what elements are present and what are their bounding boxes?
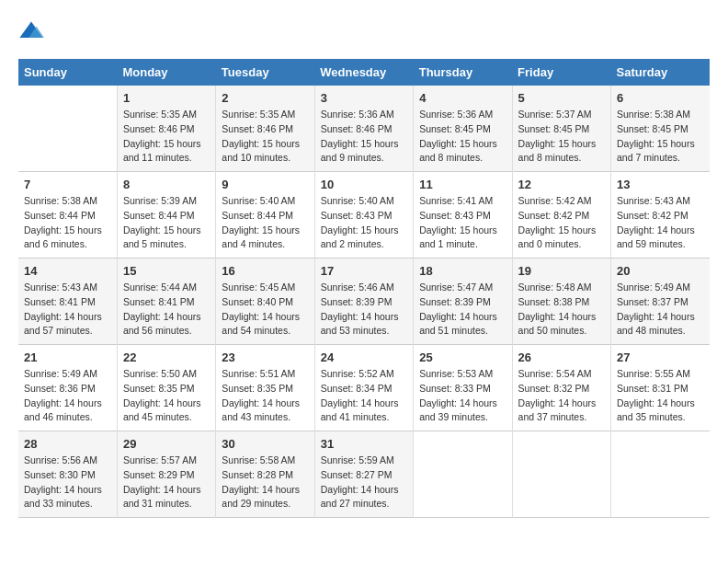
weekday-header-row: SundayMondayTuesdayWednesdayThursdayFrid… bbox=[18, 59, 710, 86]
calendar-day-cell: 24Sunrise: 5:52 AM Sunset: 8:34 PM Dayli… bbox=[314, 345, 413, 431]
day-info: Sunrise: 5:38 AM Sunset: 8:44 PM Dayligh… bbox=[24, 194, 111, 252]
day-info: Sunrise: 5:44 AM Sunset: 8:41 PM Dayligh… bbox=[123, 281, 210, 339]
logo bbox=[18, 18, 48, 44]
day-info: Sunrise: 5:52 AM Sunset: 8:34 PM Dayligh… bbox=[321, 367, 407, 425]
day-info: Sunrise: 5:40 AM Sunset: 8:43 PM Dayligh… bbox=[321, 194, 407, 252]
day-number: 5 bbox=[518, 91, 605, 105]
day-info: Sunrise: 5:36 AM Sunset: 8:45 PM Dayligh… bbox=[419, 108, 506, 166]
calendar-day-cell: 2Sunrise: 5:35 AM Sunset: 8:46 PM Daylig… bbox=[216, 86, 314, 172]
weekday-header-thursday: Thursday bbox=[414, 59, 512, 86]
calendar-day-cell: 20Sunrise: 5:49 AM Sunset: 8:37 PM Dayli… bbox=[611, 259, 710, 345]
day-info: Sunrise: 5:59 AM Sunset: 8:27 PM Dayligh… bbox=[321, 454, 407, 511]
day-info: Sunrise: 5:43 AM Sunset: 8:41 PM Dayligh… bbox=[24, 281, 111, 339]
day-number: 19 bbox=[518, 264, 605, 278]
weekday-header-wednesday: Wednesday bbox=[314, 59, 413, 86]
day-number: 20 bbox=[617, 264, 704, 278]
day-number: 9 bbox=[222, 178, 308, 191]
day-number: 30 bbox=[222, 437, 308, 451]
calendar-day-cell: 3Sunrise: 5:36 AM Sunset: 8:46 PM Daylig… bbox=[314, 86, 413, 172]
day-info: Sunrise: 5:54 AM Sunset: 8:32 PM Dayligh… bbox=[518, 367, 605, 425]
day-info: Sunrise: 5:49 AM Sunset: 8:37 PM Dayligh… bbox=[617, 281, 704, 339]
day-number: 23 bbox=[222, 350, 308, 364]
day-info: Sunrise: 5:58 AM Sunset: 8:28 PM Dayligh… bbox=[222, 454, 308, 511]
calendar-day-cell: 26Sunrise: 5:54 AM Sunset: 8:32 PM Dayli… bbox=[512, 345, 610, 431]
day-number: 3 bbox=[321, 91, 407, 105]
calendar-day-cell: 18Sunrise: 5:47 AM Sunset: 8:39 PM Dayli… bbox=[414, 259, 512, 345]
day-info: Sunrise: 5:47 AM Sunset: 8:39 PM Dayligh… bbox=[419, 281, 506, 339]
day-number: 27 bbox=[617, 350, 704, 364]
day-info: Sunrise: 5:57 AM Sunset: 8:29 PM Dayligh… bbox=[123, 454, 210, 511]
day-info: Sunrise: 5:48 AM Sunset: 8:38 PM Dayligh… bbox=[518, 281, 605, 339]
calendar-day-cell: 6Sunrise: 5:38 AM Sunset: 8:45 PM Daylig… bbox=[611, 86, 710, 172]
day-info: Sunrise: 5:35 AM Sunset: 8:46 PM Dayligh… bbox=[123, 108, 210, 166]
calendar-week-row: 28Sunrise: 5:56 AM Sunset: 8:30 PM Dayli… bbox=[18, 431, 710, 518]
day-info: Sunrise: 5:49 AM Sunset: 8:36 PM Dayligh… bbox=[24, 367, 111, 425]
calendar-day-cell: 29Sunrise: 5:57 AM Sunset: 8:29 PM Dayli… bbox=[117, 431, 215, 518]
day-info: Sunrise: 5:35 AM Sunset: 8:46 PM Dayligh… bbox=[222, 108, 308, 166]
calendar-day-cell: 23Sunrise: 5:51 AM Sunset: 8:35 PM Dayli… bbox=[216, 345, 314, 431]
day-number: 13 bbox=[617, 178, 704, 191]
calendar-week-row: 21Sunrise: 5:49 AM Sunset: 8:36 PM Dayli… bbox=[18, 345, 710, 431]
calendar-day-cell: 30Sunrise: 5:58 AM Sunset: 8:28 PM Dayli… bbox=[216, 431, 314, 518]
day-number: 2 bbox=[222, 91, 308, 105]
logo-icon bbox=[18, 18, 44, 44]
day-number: 10 bbox=[321, 178, 407, 191]
empty-cell bbox=[18, 86, 117, 172]
calendar-day-cell: 13Sunrise: 5:43 AM Sunset: 8:42 PM Dayli… bbox=[611, 172, 710, 259]
day-number: 31 bbox=[321, 437, 407, 451]
calendar-day-cell: 4Sunrise: 5:36 AM Sunset: 8:45 PM Daylig… bbox=[414, 86, 512, 172]
empty-cell bbox=[611, 431, 710, 518]
calendar-day-cell: 15Sunrise: 5:44 AM Sunset: 8:41 PM Dayli… bbox=[117, 259, 215, 345]
weekday-header-sunday: Sunday bbox=[18, 59, 117, 86]
calendar-day-cell: 21Sunrise: 5:49 AM Sunset: 8:36 PM Dayli… bbox=[18, 345, 117, 431]
calendar-week-row: 7Sunrise: 5:38 AM Sunset: 8:44 PM Daylig… bbox=[18, 172, 710, 259]
empty-cell bbox=[512, 431, 610, 518]
weekday-header-friday: Friday bbox=[512, 59, 610, 86]
day-number: 25 bbox=[419, 350, 506, 364]
day-number: 15 bbox=[123, 264, 210, 278]
day-info: Sunrise: 5:46 AM Sunset: 8:39 PM Dayligh… bbox=[321, 281, 407, 339]
calendar-day-cell: 11Sunrise: 5:41 AM Sunset: 8:43 PM Dayli… bbox=[414, 172, 512, 259]
day-number: 21 bbox=[24, 350, 111, 364]
day-number: 16 bbox=[222, 264, 308, 278]
day-info: Sunrise: 5:36 AM Sunset: 8:46 PM Dayligh… bbox=[321, 108, 407, 166]
day-number: 4 bbox=[419, 91, 506, 105]
day-number: 24 bbox=[321, 350, 407, 364]
day-number: 17 bbox=[321, 264, 407, 278]
day-info: Sunrise: 5:41 AM Sunset: 8:43 PM Dayligh… bbox=[419, 194, 506, 252]
day-info: Sunrise: 5:53 AM Sunset: 8:33 PM Dayligh… bbox=[419, 367, 506, 425]
calendar-day-cell: 14Sunrise: 5:43 AM Sunset: 8:41 PM Dayli… bbox=[18, 259, 117, 345]
day-number: 6 bbox=[617, 91, 704, 105]
day-number: 14 bbox=[24, 264, 111, 278]
calendar-day-cell: 19Sunrise: 5:48 AM Sunset: 8:38 PM Dayli… bbox=[512, 259, 610, 345]
day-number: 1 bbox=[123, 91, 210, 105]
day-number: 22 bbox=[123, 350, 210, 364]
day-info: Sunrise: 5:42 AM Sunset: 8:42 PM Dayligh… bbox=[518, 194, 605, 252]
weekday-header-monday: Monday bbox=[117, 59, 215, 86]
day-info: Sunrise: 5:56 AM Sunset: 8:30 PM Dayligh… bbox=[24, 454, 111, 511]
day-number: 28 bbox=[24, 437, 111, 451]
weekday-header-tuesday: Tuesday bbox=[216, 59, 314, 86]
day-info: Sunrise: 5:55 AM Sunset: 8:31 PM Dayligh… bbox=[617, 367, 704, 425]
calendar-day-cell: 31Sunrise: 5:59 AM Sunset: 8:27 PM Dayli… bbox=[314, 431, 413, 518]
calendar-day-cell: 7Sunrise: 5:38 AM Sunset: 8:44 PM Daylig… bbox=[18, 172, 117, 259]
day-number: 26 bbox=[518, 350, 605, 364]
day-number: 8 bbox=[123, 178, 210, 191]
day-info: Sunrise: 5:43 AM Sunset: 8:42 PM Dayligh… bbox=[617, 194, 704, 252]
day-number: 11 bbox=[419, 178, 506, 191]
calendar-week-row: 1Sunrise: 5:35 AM Sunset: 8:46 PM Daylig… bbox=[18, 86, 710, 172]
calendar-table: SundayMondayTuesdayWednesdayThursdayFrid… bbox=[18, 59, 710, 518]
day-info: Sunrise: 5:40 AM Sunset: 8:44 PM Dayligh… bbox=[222, 194, 308, 252]
calendar-week-row: 14Sunrise: 5:43 AM Sunset: 8:41 PM Dayli… bbox=[18, 259, 710, 345]
empty-cell bbox=[414, 431, 512, 518]
day-number: 18 bbox=[419, 264, 506, 278]
calendar-day-cell: 9Sunrise: 5:40 AM Sunset: 8:44 PM Daylig… bbox=[216, 172, 314, 259]
day-info: Sunrise: 5:37 AM Sunset: 8:45 PM Dayligh… bbox=[518, 108, 605, 166]
day-number: 7 bbox=[24, 178, 111, 191]
day-info: Sunrise: 5:50 AM Sunset: 8:35 PM Dayligh… bbox=[123, 367, 210, 425]
day-number: 12 bbox=[518, 178, 605, 191]
calendar-day-cell: 1Sunrise: 5:35 AM Sunset: 8:46 PM Daylig… bbox=[117, 86, 215, 172]
weekday-header-saturday: Saturday bbox=[611, 59, 710, 86]
calendar-day-cell: 27Sunrise: 5:55 AM Sunset: 8:31 PM Dayli… bbox=[611, 345, 710, 431]
day-number: 29 bbox=[123, 437, 210, 451]
